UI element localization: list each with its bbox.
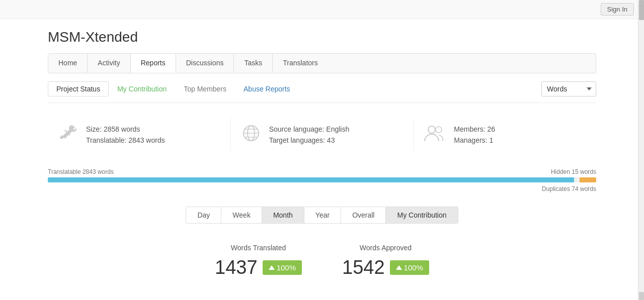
arrow-up-approved-icon <box>396 265 402 270</box>
period-tab-month[interactable]: Month <box>262 207 304 223</box>
tools-icon <box>58 123 78 146</box>
metric-approved-label: Words Approved <box>342 244 429 252</box>
stats-row: Size: 2858 words Translatable: 2843 word… <box>48 113 596 156</box>
members-icon <box>424 123 446 146</box>
metric-approved-percent: 100% <box>404 263 423 272</box>
progress-bar <box>48 177 596 182</box>
tab-translators[interactable]: Translators <box>273 54 328 73</box>
sub-nav-top-members[interactable]: Top Members <box>175 81 235 96</box>
sign-in-button[interactable]: Sign In <box>601 3 634 16</box>
hidden-label: Hidden 15 words <box>551 168 596 175</box>
tab-discussions[interactable]: Discussions <box>176 54 234 73</box>
sub-nav-items: Project Status My Contribution Top Membe… <box>48 81 541 96</box>
metric-translated-percent: 100% <box>277 263 296 272</box>
period-tabs: Day Week Month Year Overall My Contribut… <box>48 207 596 224</box>
progress-labels: Translatable 2843 words Hidden 15 words <box>48 168 596 175</box>
stat-size-text: Size: 2858 words Translatable: 2843 word… <box>86 124 165 146</box>
tab-home[interactable]: Home <box>48 54 88 73</box>
stat-members: Members: 26 Managers: 1 <box>413 118 596 151</box>
period-tab-my-contribution[interactable]: My Contribution <box>386 207 457 223</box>
scrollbar[interactable] <box>638 0 644 288</box>
progress-bar-blue <box>48 177 574 182</box>
svg-point-6 <box>428 126 435 133</box>
stat-size: Size: 2858 words Translatable: 2843 word… <box>48 118 230 151</box>
svg-point-7 <box>436 127 442 133</box>
metric-translated: Words Translated 1437 100% <box>215 244 302 278</box>
stat-language-text: Source language: English Target language… <box>269 124 350 146</box>
period-tab-week[interactable]: Week <box>221 207 262 223</box>
progress-section: Translatable 2843 words Hidden 15 words … <box>48 168 596 192</box>
scrollbar-thumb[interactable] <box>639 0 644 20</box>
metrics-row: Words Translated 1437 100% Words Approve… <box>48 239 596 288</box>
stat-members-text: Members: 26 Managers: 1 <box>454 124 495 146</box>
sub-nav-my-contribution[interactable]: My Contribution <box>109 81 175 96</box>
period-tab-group: Day Week Month Year Overall My Contribut… <box>186 207 458 224</box>
period-tab-day[interactable]: Day <box>186 207 221 223</box>
metric-translated-number: 1437 <box>215 257 258 278</box>
main-container: MSM-Xtended Home Activity Reports Discus… <box>38 19 606 288</box>
words-select[interactable]: Words Strings Characters <box>541 81 596 96</box>
metric-approved-value-row: 1542 100% <box>342 257 429 278</box>
metric-approved: Words Approved 1542 100% <box>342 244 429 278</box>
metric-approved-badge: 100% <box>390 260 429 275</box>
sub-nav-project-status[interactable]: Project Status <box>48 81 109 96</box>
globe-icon <box>241 123 261 146</box>
duplicates-label: Duplicates 74 words <box>48 185 596 192</box>
period-tab-overall[interactable]: Overall <box>341 207 386 223</box>
metric-translated-badge: 100% <box>263 260 302 275</box>
arrow-up-icon <box>269 265 275 270</box>
top-bar: Sign In <box>0 0 644 19</box>
words-dropdown-container: Words Strings Characters <box>541 81 596 96</box>
period-tab-year[interactable]: Year <box>304 207 341 223</box>
tab-activity[interactable]: Activity <box>88 54 130 73</box>
sub-nav-abuse-reports[interactable]: Abuse Reports <box>235 81 299 96</box>
main-nav: Home Activity Reports Discussions Tasks … <box>48 53 596 73</box>
project-title: MSM-Xtended <box>48 29 596 45</box>
translatable-label: Translatable 2843 words <box>48 168 114 175</box>
tab-reports[interactable]: Reports <box>131 54 176 73</box>
metric-translated-label: Words Translated <box>215 244 302 252</box>
progress-bar-yellow <box>580 177 596 182</box>
tab-tasks[interactable]: Tasks <box>234 54 273 73</box>
metric-approved-number: 1542 <box>342 257 385 278</box>
metric-translated-value-row: 1437 100% <box>215 257 302 278</box>
sub-nav: Project Status My Contribution Top Membe… <box>48 81 596 103</box>
stat-language: Source language: English Target language… <box>230 118 414 151</box>
